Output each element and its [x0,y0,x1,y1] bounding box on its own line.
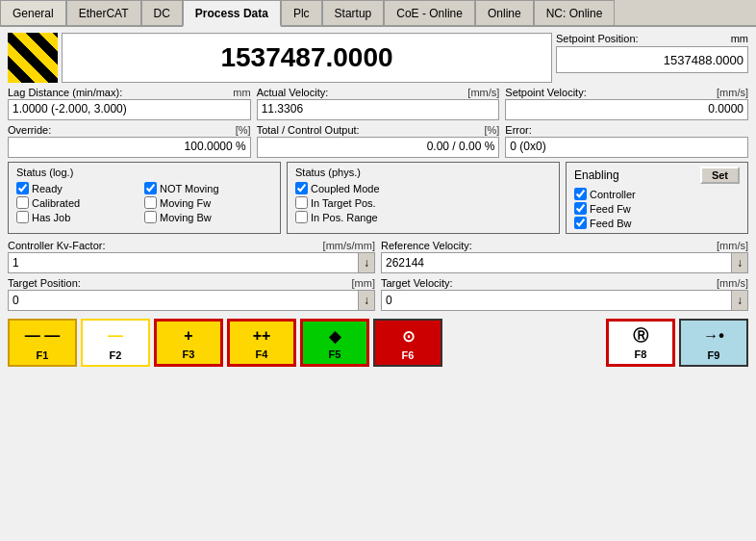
tab-coe-online[interactable]: CoE - Online [384,0,475,25]
status-log-title: Status (log.) [16,167,272,178]
setpoint-label-row: Setpoint Position: mm [556,33,748,44]
setpoint-position-box: Setpoint Position: mm 1537488.0000 [556,33,748,83]
status-calibrated[interactable]: Calibrated [16,196,144,209]
fkey-f8-symbol: Ⓡ [633,326,648,347]
target-velocity-input[interactable] [381,290,731,311]
override-row: Override: [%] 100.0000 % Total / Control… [8,124,748,158]
fkey-f6[interactable]: ⊙ F6 [373,319,442,367]
status-row: Status (log.) Ready Calibrated Has Job [8,162,748,234]
error-value: 0 (0x0) [505,137,748,158]
fkey-f2-label: F2 [110,349,122,361]
status-has-job-checkbox[interactable] [16,211,29,223]
enabling-box: Enabling Set Controller Feed Fw Feed Bw [566,162,748,234]
status-has-job[interactable]: Has Job [16,211,144,223]
enabling-feed-bw-checkbox[interactable] [574,217,587,229]
enabling-feed-bw[interactable]: Feed Bw [574,217,740,229]
target-position-input[interactable] [8,290,358,311]
status-moving-bw[interactable]: Moving Bw [144,211,272,223]
setpoint-velocity-value: 0.0000 [505,99,748,120]
fkey-f2[interactable]: — F2 [81,319,150,367]
status-coupled-mode-checkbox[interactable] [295,182,308,194]
setpoint-position-unit: mm [731,33,748,44]
target-position-label: Target Position: [mm] [8,277,375,289]
fkey-f6-label: F6 [402,349,415,361]
kv-factor-label: Controller Kv-Factor: [mm/s/mm] [8,240,375,251]
fkey-f4-symbol: ++ [253,327,271,345]
status-coupled-mode[interactable]: Coupled Mode [295,182,551,194]
target-velocity-arrow[interactable]: ↓ [731,290,748,311]
fkey-f1-label: F1 [37,349,49,361]
enabling-title: Enabling [574,168,619,182]
tab-online[interactable]: Online [475,0,534,25]
status-log-box: Status (log.) Ready Calibrated Has Job [8,162,281,234]
target-velocity-label: Target Velocity: [mm/s] [381,277,748,289]
fkey-f8[interactable]: Ⓡ F8 [606,319,675,367]
reference-velocity-input[interactable] [381,252,731,273]
status-in-pos-range-checkbox[interactable] [295,211,308,223]
status-not-moving[interactable]: NOT Moving [144,182,272,194]
target-position-input-group: ↓ [8,290,375,311]
kv-factor-group: Controller Kv-Factor: [mm/s/mm] ↓ [8,240,375,273]
error-group: Error: 0 (0x0) [505,124,748,158]
override-label: Override: [%] [8,124,251,136]
total-control-value: 0.00 / 0.00 % [257,137,500,158]
status-moving-fw[interactable]: Moving Fw [144,196,272,209]
reference-velocity-input-group: ↓ [381,252,748,273]
tab-general[interactable]: General [0,0,66,25]
fkey-f9-label: F9 [708,349,720,361]
status-phys-items: Coupled Mode In Target Pos. In Pos. Rang… [295,182,551,223]
enabling-controller-checkbox[interactable] [574,188,587,200]
lag-distance-label: Lag Distance (min/max): mm [8,87,251,98]
fkey-f8-label: F8 [635,348,647,360]
fkey-f9[interactable]: →• F9 [679,319,748,367]
fkey-f3-symbol: + [184,327,192,345]
kv-factor-input[interactable] [8,252,358,273]
target-position-group: Target Position: [mm] ↓ [8,277,375,311]
tab-plc[interactable]: Plc [281,0,322,25]
actual-velocity-label: Actual Velocity: [mm/s] [257,87,500,98]
velocity-row: Lag Distance (min/max): mm 1.0000 (-2.00… [8,87,748,120]
total-control-label: Total / Control Output: [%] [257,124,500,136]
current-position: 1537487.0000 [62,33,552,83]
enabling-feed-fw[interactable]: Feed Fw [574,202,740,215]
set-button[interactable]: Set [700,167,740,184]
status-in-pos-range[interactable]: In Pos. Range [295,211,551,223]
target-velocity-input-group: ↓ [381,290,748,311]
status-calibrated-checkbox[interactable] [16,196,29,209]
tab-process-data[interactable]: Process Data [183,0,281,27]
target-position-arrow[interactable]: ↓ [358,290,375,311]
status-not-moving-checkbox[interactable] [144,182,157,194]
reference-velocity-group: Reference Velocity: [mm/s] ↓ [381,240,748,273]
setpoint-position-label: Setpoint Position: [556,33,639,44]
kv-factor-input-group: ↓ [8,252,375,273]
tab-dc[interactable]: DC [141,0,183,25]
reference-velocity-arrow[interactable]: ↓ [731,252,748,273]
status-ready[interactable]: Ready [16,182,144,194]
tab-nc-online[interactable]: NC: Online [534,0,616,25]
enabling-items: Controller Feed Fw Feed Bw [574,188,740,229]
status-log-items: Ready Calibrated Has Job NOT Moving [16,182,272,223]
tab-ethercat[interactable]: EtherCAT [66,0,141,25]
status-in-target-checkbox[interactable] [295,196,308,209]
error-label: Error: [505,124,748,136]
target-velocity-group: Target Velocity: [mm/s] ↓ [381,277,748,311]
fkey-f5[interactable]: ◆ F5 [300,319,369,367]
tab-startup[interactable]: Startup [322,0,385,25]
kv-reference-row: Controller Kv-Factor: [mm/s/mm] ↓ Refere… [8,240,748,273]
status-log-col2: NOT Moving Moving Fw Moving Bw [144,182,272,223]
fkey-f4[interactable]: ++ F4 [227,319,296,367]
status-moving-bw-checkbox[interactable] [144,211,157,223]
override-group: Override: [%] 100.0000 % [8,124,251,158]
enabling-controller[interactable]: Controller [574,188,740,200]
lag-distance-group: Lag Distance (min/max): mm 1.0000 (-2.00… [8,87,251,120]
main-content: 1537487.0000 Setpoint Position: mm 15374… [0,27,756,373]
kv-factor-arrow[interactable]: ↓ [358,252,375,273]
fkey-f1[interactable]: — — F1 [8,319,77,367]
status-moving-fw-checkbox[interactable] [144,196,157,209]
enabling-feed-fw-checkbox[interactable] [574,202,587,215]
status-in-target[interactable]: In Target Pos. [295,196,551,209]
status-ready-checkbox[interactable] [16,182,29,194]
fkey-f5-label: F5 [329,348,341,360]
enabling-header: Enabling Set [574,167,740,184]
fkey-f3[interactable]: + F3 [154,319,223,367]
